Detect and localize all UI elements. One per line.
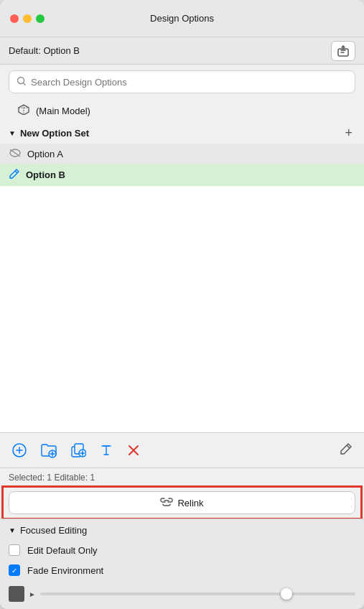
close-button[interactable]: [10, 14, 19, 23]
edit-default-only-checkbox[interactable]: [9, 544, 20, 556]
slider-expand-icon[interactable]: ►: [29, 590, 36, 598]
relink-button[interactable]: Relink: [9, 491, 355, 514]
duplicate-icon: [70, 442, 86, 458]
subtitle-bar: Default: Option B: [0, 37, 364, 65]
edit-default-only-label: Edit Default Only: [27, 545, 98, 556]
traffic-lights: [10, 14, 45, 23]
fade-environment-checkbox[interactable]: ✓: [9, 564, 20, 576]
focused-title: Focused Editing: [20, 525, 87, 536]
add-option-toolbar-button[interactable]: [11, 442, 27, 458]
edit-pencil-icon: [340, 442, 353, 455]
empty-content-area: [0, 186, 364, 432]
fade-environment-label: Fade Environment: [27, 565, 103, 576]
option-b-label: Option B: [26, 169, 65, 180]
edit-default-only-row[interactable]: Edit Default Only: [0, 540, 364, 560]
relink-icon: [160, 497, 173, 509]
hidden-eye-icon: [9, 148, 22, 159]
pencil-icon: [9, 168, 20, 182]
slider-thumb[interactable]: [281, 588, 292, 600]
option-set-header: ▼ New Option Set +: [0, 122, 364, 144]
main-model-icon: [17, 103, 30, 118]
delete-button[interactable]: [126, 443, 141, 457]
main-model-label: (Main Model): [36, 106, 90, 116]
main-model-row: (Main Model): [0, 99, 364, 122]
default-label: Default: Option B: [9, 45, 80, 56]
folder-add-icon: [40, 442, 57, 458]
rename-button[interactable]: [99, 443, 113, 457]
focused-header: ▼ Focused Editing: [0, 519, 364, 540]
focused-triangle-icon[interactable]: ▼: [9, 526, 16, 534]
search-icon: [17, 76, 27, 88]
add-folder-button[interactable]: [40, 442, 57, 458]
title-bar: Design Options: [0, 0, 364, 37]
selected-info-text: Selected: 1 Editable: 1: [9, 473, 95, 483]
focused-editing-section: ▼ Focused Editing Edit Default Only ✓ Fa…: [0, 519, 364, 609]
fade-slider[interactable]: [40, 592, 355, 595]
share-button[interactable]: [331, 41, 355, 61]
minimize-button[interactable]: [23, 14, 32, 23]
search-input[interactable]: [31, 77, 347, 88]
collapse-triangle-icon[interactable]: ▼: [9, 129, 16, 137]
delete-x-icon: [126, 443, 141, 457]
add-option-button[interactable]: +: [342, 126, 355, 139]
option-a-label: Option A: [27, 149, 63, 159]
search-bar: [9, 70, 355, 93]
add-circle-icon: [11, 442, 27, 458]
design-options-window: Design Options Default: Option B: [0, 0, 364, 609]
window-title: Design Options: [150, 13, 214, 24]
text-cursor-icon: [99, 443, 113, 457]
selected-info: Selected: 1 Editable: 1: [0, 468, 364, 487]
option-set-left: ▼ New Option Set: [9, 128, 89, 139]
slider-row: ►: [0, 580, 364, 609]
option-b-row[interactable]: Option B: [0, 164, 364, 186]
edit-pencil-button[interactable]: [340, 442, 353, 458]
color-swatch[interactable]: [9, 586, 24, 602]
fullscreen-button[interactable]: [36, 14, 45, 23]
share-icon: [337, 45, 350, 57]
relink-area: Relink: [3, 487, 361, 519]
duplicate-button[interactable]: [70, 442, 86, 458]
option-set-name: New Option Set: [20, 128, 89, 139]
relink-label: Relink: [177, 498, 203, 508]
toolbar: [0, 432, 364, 468]
option-a-row[interactable]: Option A: [0, 144, 364, 164]
fade-environment-row[interactable]: ✓ Fade Environment: [0, 560, 364, 580]
